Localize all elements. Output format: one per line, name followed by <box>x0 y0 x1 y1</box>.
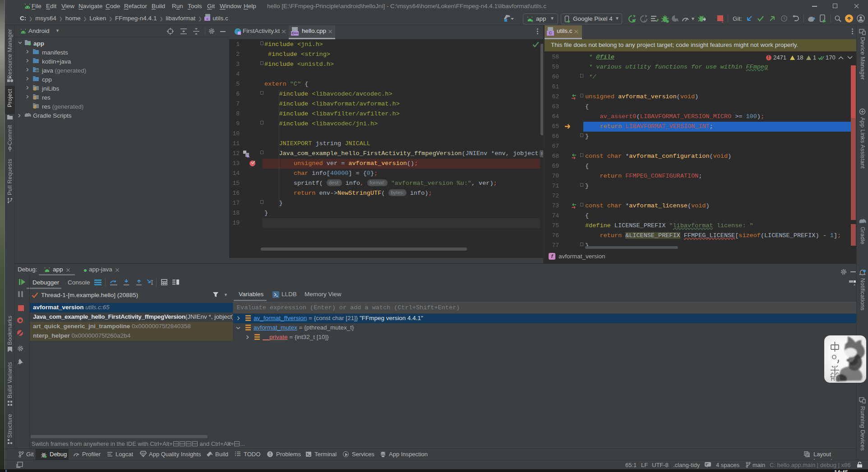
svg-text:A: A <box>643 19 646 23</box>
